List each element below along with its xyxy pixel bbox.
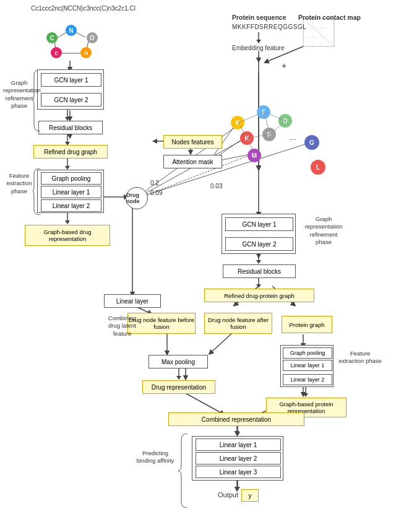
arrow-feat-graphdrug (64, 213, 77, 225)
graph-pooling-right: Graph pooling (283, 347, 332, 359)
svg-line-64 (238, 123, 248, 138)
linear-layer3-c: Linear layer 3 (196, 466, 281, 478)
svg-line-68 (264, 112, 270, 134)
feature-extraction-phase2-label: Feature extraction phase (338, 350, 382, 365)
mol-node-C: C (46, 32, 58, 43)
gcn-layer2-left: GCN layer 2 (41, 93, 101, 107)
mol-node-c: c (51, 47, 62, 58)
linear-layer-box: Linear layer (104, 294, 161, 308)
output-label: Output (218, 491, 238, 499)
brace-predicting (178, 434, 191, 508)
protein-seq-value: MKKFFDSRREQGGSGL (232, 24, 306, 30)
arrow-gcn-residual (64, 110, 77, 122)
graph-pooling-left: Graph pooling (41, 172, 101, 185)
svg-marker-72 (256, 284, 261, 288)
graph-based-drug-rep: Graph-based drug representation (25, 225, 110, 246)
weight-009: 0.09 (150, 190, 162, 196)
linear-layer2-left: Linear layer 2 (41, 199, 101, 212)
residual-blocks-right: Residual blocks (223, 264, 296, 278)
svg-marker-80 (235, 487, 240, 491)
protein-connections (229, 102, 334, 183)
combining-drug-label: Combining drug latent feature (102, 315, 142, 338)
graph-repr-phase2-label: Graph representation refinement phase (302, 216, 345, 246)
svg-line-18 (139, 141, 241, 197)
svg-line-67 (248, 138, 255, 155)
refined-drug-graph: Refined drug graph (33, 145, 108, 159)
feature-extraction-right: Graph pooling Linear layer 1 Linear laye… (280, 345, 334, 387)
svg-marker-74 (303, 393, 308, 397)
max-pooling-box: Max pooling (148, 355, 208, 368)
linear-layer1-c: Linear layer 1 (196, 438, 281, 451)
arrow-feat-graphprotein (303, 387, 314, 398)
plus-sign: + (282, 61, 286, 71)
brace-gcn-left (33, 69, 42, 131)
mol-node-N: N (66, 25, 77, 36)
arrow-res-refined-right (256, 278, 267, 289)
gcn-layer2-right: GCN layer 2 (225, 237, 293, 251)
refined-drug-protein-graph: Refined drug-protein graph (204, 289, 314, 302)
protein-contact-title: Protein contact map (298, 14, 361, 21)
linear-layers-c-group: Linear layer 1 Linear layer 2 Linear lay… (192, 436, 283, 481)
feature-extraction-left: Graph pooling Linear layer 1 Linear laye… (37, 170, 104, 213)
svg-marker-39 (152, 139, 157, 144)
feature-extraction-phase1-label: Feature extraction phase (3, 172, 35, 195)
weight-02: 0.2 (150, 180, 159, 186)
mol-node-n: n (80, 47, 92, 58)
combined-representation-box: Combined representation (168, 412, 304, 426)
drug-node-after-fusion: Drug node feature after fusion (204, 313, 272, 334)
gcn-group-right: GCN layer 1 GCN layer 2 (222, 214, 296, 254)
arrow-gcn-res-right (256, 254, 267, 265)
mol-node-O: O (87, 32, 98, 43)
arrow-maxpool-drugrep (176, 368, 187, 381)
arrow-protseq-embed (256, 32, 267, 45)
svg-marker-59 (256, 40, 261, 43)
predicting-binding-label: Predicting binding affinity (133, 450, 178, 465)
gcn-layer1-left: GCN layer 1 (41, 73, 101, 87)
linear-layer2-c: Linear layer 2 (196, 452, 281, 464)
svg-line-1 (56, 32, 67, 38)
drug-node-circle: Drug node (126, 187, 148, 209)
svg-line-44 (303, 19, 334, 46)
weight-003: 0.03 (210, 183, 222, 190)
residual-blocks-left: Residual blocks (38, 121, 103, 134)
svg-line-63 (264, 112, 286, 121)
svg-marker-57 (65, 220, 70, 224)
svg-marker-76 (176, 376, 181, 380)
drug-representation-box: Drug representation (142, 380, 215, 394)
svg-line-65 (248, 134, 270, 138)
output-y-box: y (241, 489, 259, 502)
svg-line-33 (186, 393, 223, 414)
svg-marker-70 (256, 260, 261, 264)
protein-graph-box: Protein graph (282, 316, 332, 333)
smiles-label: Cc1ccc2nc(NCCN)c3ncc(C)n3c2c1.Cl (31, 5, 136, 12)
svg-line-66 (270, 121, 286, 134)
svg-line-62 (238, 112, 264, 123)
svg-line-27 (210, 333, 232, 353)
gcn-layer1-right: GCN layer 1 (225, 217, 293, 231)
linear-layer2-right: Linear layer 2 (283, 374, 332, 385)
linear-layer1-right: Linear layer 1 (283, 360, 332, 371)
graph-repr-phase1-label: Graph representation refinement phase (3, 79, 35, 110)
linear-layer1-left: Linear layer 1 (41, 186, 101, 198)
diagram: Cc1ccc2nc(NCCN)c3ncc(C)n3c2c1.Cl C N O c… (0, 0, 396, 532)
gcn-group-left: GCN layer 1 GCN layer 2 (37, 69, 104, 110)
arrow-refined-feature (64, 159, 77, 171)
attention-mask-box: Attention mask (163, 155, 222, 168)
embedding-feature-label: Embedding feature (232, 45, 285, 51)
protein-seq-title: Protein sequence (232, 14, 286, 21)
nodes-features-box: Nodes features (163, 135, 222, 149)
brace-feat-left (33, 168, 42, 215)
